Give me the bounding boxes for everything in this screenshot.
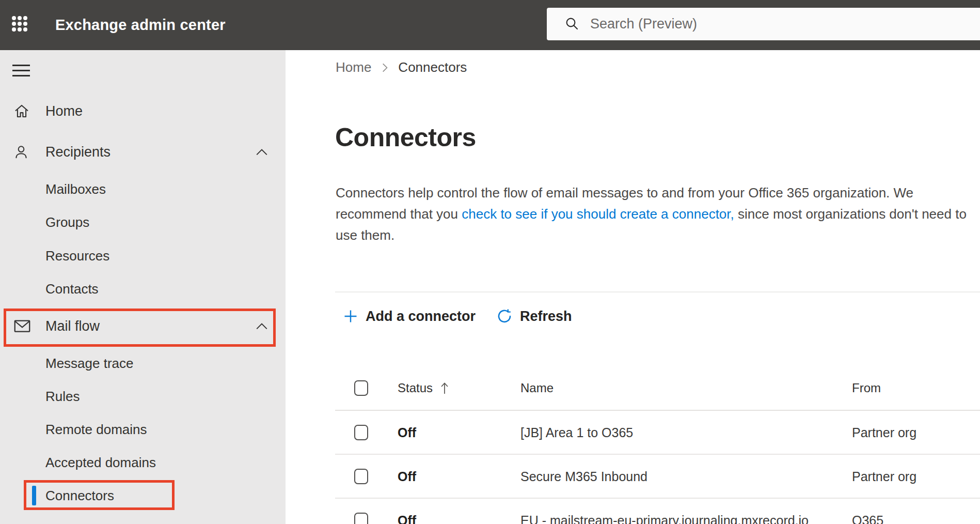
page-title: Connectors [335,122,476,152]
connector-from: Partner org [852,469,916,484]
status-header-label: Status [398,381,433,395]
sidebar-item-label: Message trace [45,356,134,372]
page-description: Connectors help control the flow of emai… [336,182,973,246]
sidebar-item-label: Connectors [45,488,114,504]
app-launcher-icon[interactable] [12,16,28,33]
create-connector-check-link[interactable]: check to see if you should create a conn… [462,206,734,222]
status-value: Off [398,469,416,484]
hamburger-menu-icon[interactable] [12,65,30,76]
sidebar-item-groups[interactable]: Groups [0,206,286,239]
mail-icon [13,318,31,334]
sidebar-item-label: Groups [45,214,89,230]
search-icon [564,16,580,32]
app-title: Exchange admin center [55,0,226,50]
sidebar-item-label: Contacts [45,281,99,297]
selected-indicator [32,486,36,505]
connector-name: [JB] Area 1 to O365 [520,425,633,440]
connector-name: Secure M365 Inbound [520,469,647,484]
connector-from: Partner org [852,425,916,440]
connector-from: O365 [852,513,883,524]
sidebar-item-label: Recipients [45,144,110,160]
sidebar-item-recipients[interactable]: Recipients [0,133,286,171]
row-checkbox[interactable] [354,513,368,524]
status-value: Off [398,425,416,440]
sidebar-item-rules[interactable]: Rules [0,380,286,413]
select-all-checkbox[interactable] [354,380,368,396]
chevron-right-icon [381,62,389,73]
sidebar-item-accepted-domains[interactable]: Accepted domains [0,446,286,479]
section-divider [335,291,980,292]
column-header-status[interactable]: Status [398,381,449,395]
topbar: Exchange admin center [0,0,980,50]
sidebar-item-connectors[interactable]: Connectors [0,479,286,512]
table-row[interactable]: Off [JB] Area 1 to O365 Partner org [335,411,980,455]
connector-name: EU - mailstream-eu-primary.journaling.mx… [520,513,809,524]
sidebar-item-remote-domains[interactable]: Remote domains [0,413,286,446]
sidebar-item-label: Mailboxes [45,181,106,197]
chevron-up-icon[interactable] [255,322,268,330]
sidebar-item-label: Accepted domains [45,455,156,471]
search-box[interactable] [547,8,980,40]
sidebar: Home Recipients Mailboxes Groups Resourc… [0,50,286,524]
search-input[interactable] [590,8,972,40]
status-value: Off [398,513,416,524]
chevron-up-icon[interactable] [255,148,268,156]
sidebar-item-mailboxes[interactable]: Mailboxes [0,173,286,206]
refresh-button[interactable]: Refresh [496,308,572,325]
annotation-box-mail-flow [4,309,276,347]
refresh-label: Refresh [520,309,572,325]
table-row[interactable]: Off EU - mailstream-eu-primary.journalin… [335,499,980,524]
sidebar-item-label: Resources [45,248,109,264]
sidebar-item-message-trace[interactable]: Message trace [0,347,286,380]
sidebar-item-label: Rules [45,389,80,405]
column-header-name[interactable]: Name [520,381,554,395]
main-content: Home Connectors Connectors Connectors he… [286,50,980,524]
sidebar-item-contacts[interactable]: Contacts [0,272,286,305]
sidebar-item-label: Home [45,103,83,119]
row-checkbox[interactable] [354,469,368,484]
sort-ascending-icon [440,381,449,395]
table-row[interactable]: Off Secure M365 Inbound Partner org [335,455,980,499]
breadcrumb: Home Connectors [336,59,467,75]
add-connector-label: Add a connector [366,309,476,325]
breadcrumb-home[interactable]: Home [336,59,371,75]
sidebar-item-label: Mail flow [45,318,100,334]
breadcrumb-current: Connectors [398,59,467,75]
connectors-table: Status Name From Off [JB] Area 1 to O365… [286,366,980,524]
sidebar-item-mail-flow[interactable]: Mail flow [0,307,286,345]
row-checkbox[interactable] [354,425,368,440]
toolbar: Add a connector Refresh [343,302,572,331]
home-icon [13,102,30,120]
add-connector-button[interactable]: Add a connector [343,309,476,325]
sidebar-item-label: Remote domains [45,422,147,438]
refresh-icon [496,308,513,325]
plus-icon [343,309,358,324]
table-header-row: Status Name From [335,366,980,411]
sidebar-item-resources[interactable]: Resources [0,239,286,272]
person-icon [13,143,29,161]
sidebar-item-home[interactable]: Home [0,93,286,130]
column-header-from[interactable]: From [852,381,881,395]
